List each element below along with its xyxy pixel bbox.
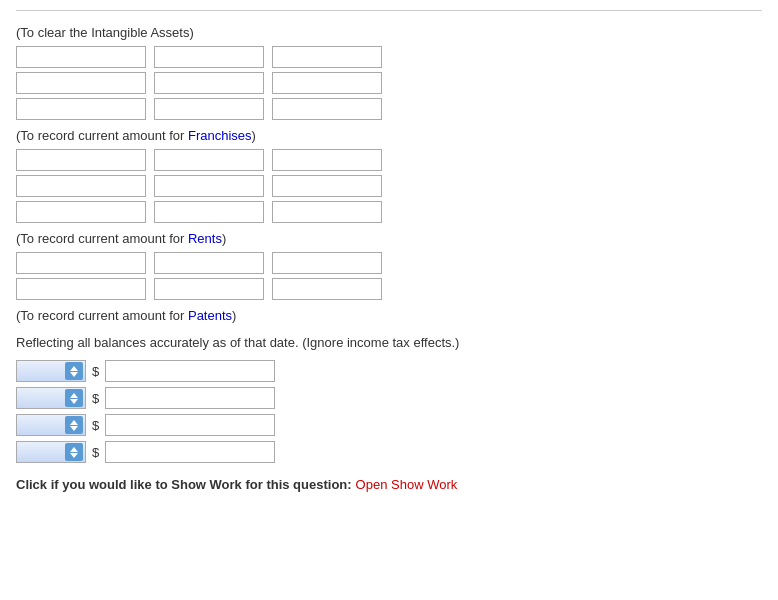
- arrow-up-2[interactable]: [70, 393, 78, 398]
- arrow-down-4[interactable]: [70, 453, 78, 458]
- show-work-label: Click if you would like to Show Work for…: [16, 477, 352, 492]
- show-work-row: Click if you would like to Show Work for…: [16, 477, 762, 492]
- intangible-r1-c1[interactable]: [16, 46, 146, 68]
- intangible-r2-c3[interactable]: [272, 72, 382, 94]
- rents-r2-c1[interactable]: [16, 278, 146, 300]
- intangible-row-3: [16, 98, 762, 120]
- intangible-r2-c1[interactable]: [16, 72, 146, 94]
- spinner-4[interactable]: [16, 441, 86, 463]
- rents-r2-c3[interactable]: [272, 278, 382, 300]
- section-label-rents: (To record current amount for Rents): [16, 231, 762, 246]
- spinner-3[interactable]: [16, 414, 86, 436]
- franchises-r2-c2[interactable]: [154, 175, 264, 197]
- amount-input-4[interactable]: [105, 441, 275, 463]
- spinner-2[interactable]: [16, 387, 86, 409]
- intangible-rows: [16, 46, 762, 120]
- arrow-up-1[interactable]: [70, 366, 78, 371]
- amount-rows-container: $ $ $ $: [16, 360, 762, 463]
- dollar-4: $: [92, 445, 99, 460]
- rents-r1-c3[interactable]: [272, 252, 382, 274]
- rents-rows: [16, 252, 762, 300]
- dollar-3: $: [92, 418, 99, 433]
- intangible-r1-c2[interactable]: [154, 46, 264, 68]
- franchises-r2-c3[interactable]: [272, 175, 382, 197]
- intangible-row-1: [16, 46, 762, 68]
- intangible-r3-c1[interactable]: [16, 98, 146, 120]
- spinner-1[interactable]: [16, 360, 86, 382]
- section-label-intangible: (To clear the Intangible Assets): [16, 25, 762, 40]
- rents-r1-c2[interactable]: [154, 252, 264, 274]
- franchises-r2-c1[interactable]: [16, 175, 146, 197]
- intangible-r2-c2[interactable]: [154, 72, 264, 94]
- amount-row-2: $: [16, 387, 762, 409]
- amount-input-3[interactable]: [105, 414, 275, 436]
- franchises-row-3: [16, 201, 762, 223]
- open-show-work-link[interactable]: Open Show Work: [356, 477, 458, 492]
- spinner-inner-1[interactable]: [65, 362, 83, 380]
- intangible-r3-c2[interactable]: [154, 98, 264, 120]
- reflecting-text: Reflecting all balances accurately as of…: [16, 335, 762, 350]
- spinner-inner-4[interactable]: [65, 443, 83, 461]
- franchises-row-2: [16, 175, 762, 197]
- section-label-franchises: (To record current amount for Franchises…: [16, 128, 762, 143]
- amount-row-4: $: [16, 441, 762, 463]
- franchises-rows: [16, 149, 762, 223]
- franchises-r1-c2[interactable]: [154, 149, 264, 171]
- section-label-patents: (To record current amount for Patents): [16, 308, 762, 323]
- franchises-r3-c2[interactable]: [154, 201, 264, 223]
- spinner-inner-3[interactable]: [65, 416, 83, 434]
- amount-input-1[interactable]: [105, 360, 275, 382]
- rents-row-1: [16, 252, 762, 274]
- franchises-r1-c1[interactable]: [16, 149, 146, 171]
- franchises-row-1: [16, 149, 762, 171]
- arrow-down-1[interactable]: [70, 372, 78, 377]
- franchises-r1-c3[interactable]: [272, 149, 382, 171]
- dollar-2: $: [92, 391, 99, 406]
- rents-r2-c2[interactable]: [154, 278, 264, 300]
- amount-row-1: $: [16, 360, 762, 382]
- franchises-r3-c3[interactable]: [272, 201, 382, 223]
- amount-input-2[interactable]: [105, 387, 275, 409]
- dollar-1: $: [92, 364, 99, 379]
- arrow-up-4[interactable]: [70, 447, 78, 452]
- intangible-r1-c3[interactable]: [272, 46, 382, 68]
- intangible-row-2: [16, 72, 762, 94]
- franchises-r3-c1[interactable]: [16, 201, 146, 223]
- spinner-inner-2[interactable]: [65, 389, 83, 407]
- arrow-up-3[interactable]: [70, 420, 78, 425]
- section-rents: (To record current amount for Rents): [16, 231, 762, 300]
- rents-row-2: [16, 278, 762, 300]
- rents-r1-c1[interactable]: [16, 252, 146, 274]
- section-patents: (To record current amount for Patents): [16, 308, 762, 323]
- arrow-down-2[interactable]: [70, 399, 78, 404]
- amount-row-3: $: [16, 414, 762, 436]
- section-franchises: (To record current amount for Franchises…: [16, 128, 762, 223]
- arrow-down-3[interactable]: [70, 426, 78, 431]
- intangible-r3-c3[interactable]: [272, 98, 382, 120]
